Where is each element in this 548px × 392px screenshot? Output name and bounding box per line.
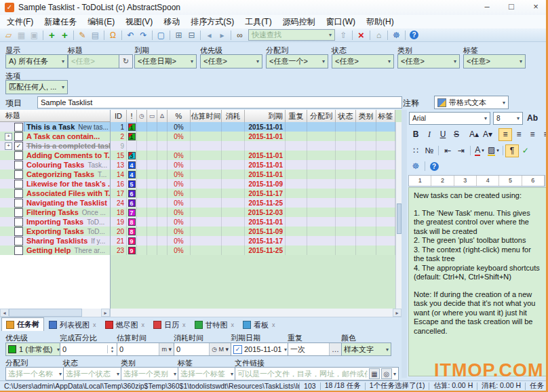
- preferences-icon[interactable]: ☸: [390, 29, 403, 41]
- task-tree-row[interactable]: +A Task can contain...: [0, 132, 110, 141]
- task-grid-row[interactable]: 2460%2015-11-25: [111, 198, 402, 208]
- task-checkbox[interactable]: [14, 151, 23, 160]
- save-link-icon[interactable]: ▦: [369, 368, 380, 379]
- grid-vertical-scrollbar[interactable]: [395, 122, 402, 309]
- expand-all-icon[interactable]: ⊞: [172, 29, 185, 41]
- task-title-cell[interactable]: This is a TaskNew tas...: [24, 122, 110, 132]
- task-checkbox[interactable]: [14, 123, 23, 132]
- lock-icon[interactable]: ⌂: [372, 29, 385, 41]
- filter-combo-assigned-to[interactable]: <任意一个>▾: [266, 54, 328, 68]
- minimize-button[interactable]: –: [475, 0, 499, 15]
- task-title-cell[interactable]: Likewise for the task's ...: [24, 179, 110, 189]
- spellcheck-button[interactable]: ✓: [519, 144, 532, 157]
- menu-item-h[interactable]: 帮助(H): [361, 15, 399, 28]
- scrollbar-thumb[interactable]: [397, 203, 402, 234]
- column-header-tag[interactable]: 标签: [376, 110, 395, 122]
- strikethrough-button[interactable]: S: [450, 128, 463, 141]
- italic-button[interactable]: I: [423, 128, 436, 141]
- column-header-pri[interactable]: !: [127, 110, 137, 122]
- menu-item-[interactable]: 移动: [158, 15, 185, 28]
- task-grid-row[interactable]: 210%2015-11-01: [111, 132, 402, 141]
- task-tree-row[interactable]: +✓This is a completed task: [0, 141, 110, 151]
- task-checkbox[interactable]: [14, 189, 23, 198]
- menu-item-[interactable]: 新建任务: [39, 15, 82, 28]
- maximize-button[interactable]: □: [499, 0, 524, 15]
- due-date-field[interactable]: ✓2015-11-01▾: [231, 342, 290, 356]
- task-grid-row[interactable]: 2390%2015-11-25: [111, 246, 402, 255]
- grow-font-button[interactable]: A▴: [467, 128, 481, 141]
- tab-calendar[interactable]: 日历x: [149, 319, 190, 331]
- underline-button[interactable]: U: [436, 128, 450, 141]
- expand-icon[interactable]: +: [5, 133, 12, 140]
- project-input[interactable]: Sample Tasklist: [37, 96, 402, 109]
- delete-task-icon[interactable]: ×: [355, 29, 368, 41]
- estimated-time-field[interactable]: 0m ▾: [117, 342, 176, 356]
- filter-title-input[interactable]: <任意>: [68, 54, 119, 68]
- reminder-icon[interactable]: Ω: [106, 29, 119, 41]
- column-header-assign[interactable]: 分配到: [307, 110, 336, 122]
- task-checkbox[interactable]: [14, 208, 23, 217]
- menu-item-s[interactable]: 排序方式(S): [185, 15, 239, 28]
- column-header-id[interactable]: ID: [111, 110, 127, 122]
- splitter[interactable]: [402, 110, 407, 378]
- allocated-to-field[interactable]: 选择一个名称▾: [5, 367, 64, 380]
- column-header-due[interactable]: 到期: [245, 110, 286, 122]
- column-header-status[interactable]: 状态: [336, 110, 356, 122]
- outdent-button[interactable]: ⇤: [441, 144, 454, 157]
- menu-item-t[interactable]: 工具(T): [239, 15, 277, 28]
- fill-color-button[interactable]: ▨▾: [486, 144, 501, 157]
- next-task-icon[interactable]: ▸: [216, 29, 229, 41]
- menu-item-e[interactable]: 编辑(E): [82, 15, 120, 28]
- task-title-cell[interactable]: Associated Files with T...: [24, 189, 110, 198]
- tab-kanban[interactable]: 看板x: [239, 319, 279, 331]
- new-subtask-icon[interactable]: +: [58, 29, 71, 41]
- tab-list-view[interactable]: 列表视图x: [45, 319, 100, 331]
- task-checkbox[interactable]: [14, 180, 23, 189]
- task-grid-row[interactable]: 1760%2015-11-17: [111, 189, 402, 198]
- browse-file-icon[interactable]: ◎: [381, 368, 392, 379]
- filter-combo-priority[interactable]: <任意>▾: [200, 54, 262, 68]
- redo-icon[interactable]: ↷: [137, 29, 150, 41]
- font-name-combo[interactable]: Arial ▾: [409, 112, 490, 125]
- collapse-all-icon[interactable]: ⊟: [185, 29, 198, 41]
- task-tree-row[interactable]: This is a TaskNew tas...: [0, 122, 110, 132]
- task-grid-row[interactable]: 2190%2015-11-17: [111, 236, 402, 246]
- task-grid-row[interactable]: 1440%2015-11-01: [111, 170, 402, 179]
- goto-icon[interactable]: ⇧: [337, 29, 350, 41]
- horizontal-scrollbar[interactable]: ◂ ▸ ▸: [0, 309, 402, 317]
- edit-fields-icon[interactable]: ▤: [89, 29, 102, 41]
- task-checkbox[interactable]: [14, 199, 23, 208]
- date-checkbox[interactable]: ✓: [233, 345, 242, 354]
- task-checkbox[interactable]: [14, 246, 23, 255]
- task-grid-row[interactable]: 1650%2015-11-09: [111, 179, 402, 189]
- title-column-header[interactable]: 标题: [0, 110, 110, 122]
- task-checkbox[interactable]: [14, 161, 23, 170]
- comments-format-combo[interactable]: 带格式文本 ▾: [434, 96, 509, 109]
- scroll-right-icon[interactable]: ▸: [393, 309, 402, 317]
- edit-task-icon[interactable]: ✎: [76, 29, 89, 41]
- bold-button[interactable]: B: [409, 128, 423, 141]
- menu-item-w[interactable]: 窗口(W): [321, 15, 361, 28]
- close-button[interactable]: ×: [524, 0, 548, 15]
- comments-help-button[interactable]: ?: [427, 160, 441, 173]
- expand-icon[interactable]: +: [5, 142, 12, 150]
- tab-close-icon[interactable]: x: [272, 321, 275, 328]
- task-title-cell[interactable]: Sharing TasklistsIf y...: [24, 236, 110, 246]
- align-left-button[interactable]: ≡: [498, 128, 512, 141]
- tab-burndown[interactable]: 燃尽图x: [101, 319, 149, 331]
- task-title-cell[interactable]: Exporting TasksToD...: [24, 227, 110, 236]
- task-checkbox[interactable]: ✓: [14, 142, 23, 151]
- task-title-cell[interactable]: Colouring TasksTask...: [24, 160, 110, 170]
- task-grid-row[interactable]: 1980%2015-11-01: [111, 217, 402, 227]
- task-checkbox[interactable]: [14, 170, 23, 179]
- help-icon[interactable]: ?: [408, 29, 420, 41]
- undo-icon[interactable]: ↶: [124, 29, 137, 41]
- task-tree-row[interactable]: Getting HelpThere ar...: [0, 246, 110, 255]
- tab-close-icon[interactable]: x: [93, 321, 96, 328]
- task-title-cell[interactable]: This is a completed task: [24, 141, 110, 151]
- task-title-cell[interactable]: Adding Comments to T...: [24, 151, 110, 160]
- tab-close-icon[interactable]: x: [231, 321, 235, 328]
- menu-item-v[interactable]: 视图(V): [120, 15, 158, 28]
- priority-field[interactable]: 1 (非常低)▾: [5, 342, 62, 356]
- save-file-icon[interactable]: ▦: [15, 29, 28, 41]
